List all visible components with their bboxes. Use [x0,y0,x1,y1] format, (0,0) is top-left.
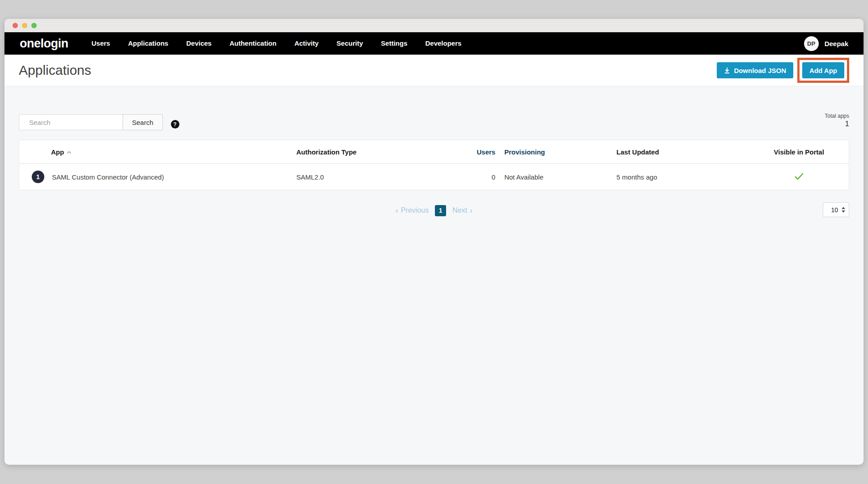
minimize-window-icon[interactable] [22,23,27,28]
check-icon [794,172,804,180]
page-size-value: 10 [831,206,838,214]
onelogin-logo[interactable]: onelogin [20,38,68,50]
page-title: Applications [19,63,91,78]
applications-table: App Authorization Type Users Provisionin… [19,140,849,190]
search-button[interactable]: Search [123,114,163,130]
column-header-users[interactable]: Users [446,148,495,156]
previous-page-button[interactable]: ‹ Previous [396,206,429,214]
users-cell: 0 [446,173,495,181]
download-json-button[interactable]: Download JSON [717,62,793,78]
nav-item-authentication[interactable]: Authentication [230,32,277,55]
window-titlebar [4,19,864,32]
add-app-button[interactable]: Add App [802,62,844,78]
page-header: Applications Download JSON Add App [4,55,864,86]
nav-menu: Users Applications Devices Authenticatio… [91,32,461,55]
visible-in-portal-cell [749,172,848,181]
column-header-authorization-type: Authorization Type [296,148,446,156]
table-row[interactable]: 1 SAML Custom Connector (Advanced) SAML2… [19,164,849,190]
maximize-window-icon[interactable] [31,23,37,28]
help-icon[interactable]: ? [171,120,179,128]
app-icon: 1 [32,171,44,183]
pagination: ‹ Previous 1 Next › [396,205,472,216]
search-wrap: Search ? [19,114,179,130]
current-page-button[interactable]: 1 [435,205,446,216]
next-page-button[interactable]: Next › [452,206,472,214]
stepper-icon [842,207,845,213]
header-actions: Download JSON Add App [717,58,849,83]
column-header-provisioning[interactable]: Provisioning [495,148,617,156]
nav-item-settings[interactable]: Settings [381,32,407,55]
nav-item-applications[interactable]: Applications [128,32,168,55]
main-content: Search ? Total apps 1 App Authorization … [4,114,864,218]
total-apps-value: 1 [825,120,849,128]
download-json-label: Download JSON [734,67,786,74]
toolbar-row: Search ? Total apps 1 [19,114,849,130]
nav-item-developers[interactable]: Developers [425,32,462,55]
add-app-label: Add App [809,67,837,74]
column-header-app[interactable]: App [19,148,296,156]
pagination-row: ‹ Previous 1 Next › 10 [19,202,849,218]
sort-ascending-icon [67,151,72,154]
chevron-right-icon: › [470,206,472,214]
chevron-left-icon: ‹ [396,206,398,214]
stepper-up-icon[interactable] [842,207,845,209]
page-size-select[interactable]: 10 [823,202,849,217]
stepper-down-icon[interactable] [842,210,845,213]
highlight-annotation: Add App [797,58,849,83]
search-input[interactable] [29,119,118,126]
table-header-row: App Authorization Type Users Provisionin… [19,140,849,164]
column-header-visible-in-portal: Visible in Portal [749,148,848,156]
total-apps-label: Total apps [825,113,849,119]
last-updated-cell: 5 months ago [617,173,749,181]
nav-item-activity[interactable]: Activity [294,32,319,55]
search-icon [24,119,25,126]
total-apps-block: Total apps 1 [825,113,849,128]
nav-item-users[interactable]: Users [91,32,110,55]
column-header-last-updated: Last Updated [617,148,749,156]
user-name[interactable]: Deepak [825,40,848,47]
app-name[interactable]: SAML Custom Connector (Advanced) [52,173,164,181]
avatar[interactable]: DP [804,36,819,51]
provisioning-cell: Not Available [495,173,617,181]
auth-type-cell: SAML2.0 [296,173,446,181]
nav-item-devices[interactable]: Devices [186,32,212,55]
app-cell[interactable]: 1 SAML Custom Connector (Advanced) [19,171,296,183]
app-window: onelogin Users Applications Devices Auth… [4,19,864,465]
close-window-icon[interactable] [13,23,18,28]
top-navbar: onelogin Users Applications Devices Auth… [4,32,864,55]
nav-item-security[interactable]: Security [336,32,363,55]
search-box [19,114,123,130]
download-icon [724,67,730,74]
user-menu[interactable]: DP Deepak [804,36,848,51]
